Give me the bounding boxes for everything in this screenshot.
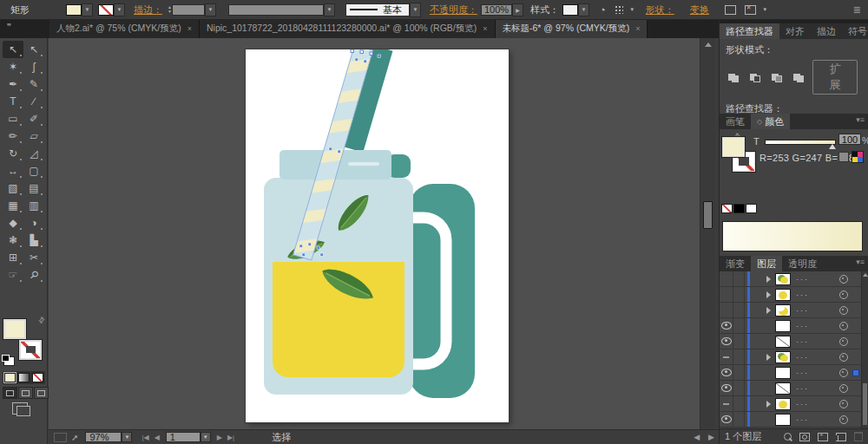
visibility-toggle[interactable] [720,271,733,286]
rotate-tool[interactable]: ↻ [3,145,23,162]
panel-tab-对齐[interactable]: 对齐 [779,23,811,39]
canvas-pasteboard[interactable] [49,38,700,429]
gradient-tool[interactable]: ▥ [23,197,44,214]
width-tool[interactable]: ↔ [3,162,23,180]
lock-toggle[interactable] [733,349,745,364]
visibility-toggle[interactable] [720,334,733,349]
panel-tab-渐变[interactable]: 渐变 [720,256,751,271]
opacity-link[interactable]: 不透明度： [430,3,477,16]
layer-row[interactable]: ··· [720,303,861,318]
panel-menu-icon[interactable]: ▾≡ [856,256,868,271]
next-artboard-icon[interactable]: ▶ [217,434,222,441]
stroke-color-well[interactable] [19,340,42,360]
lock-toggle[interactable] [733,396,745,411]
visibility-toggle[interactable] [720,349,733,364]
draw-behind-button[interactable] [18,387,33,399]
visibility-toggle[interactable] [720,381,733,395]
layer-row[interactable]: ··· [720,381,861,396]
expand-arrow[interactable] [764,365,773,380]
eyedropper-tool[interactable]: ◆ [3,214,23,232]
vertical-scrollbar-thumb[interactable] [703,201,713,229]
zoom-level-field[interactable]: 97% [85,432,122,442]
artboard-tool[interactable]: ⊞ [3,249,23,266]
lock-toggle[interactable] [733,287,745,302]
tab-close-icon[interactable]: × [187,24,192,33]
stroke-swatch[interactable] [98,4,114,16]
new-layer-icon[interactable] [836,433,846,441]
lock-toggle[interactable] [733,381,745,395]
screen-mode-button[interactable] [12,402,28,415]
magic-wand-tool[interactable]: ✶ [3,58,23,75]
first-artboard-icon[interactable]: |◀ [141,434,148,441]
rectangle-tool[interactable]: ▭ [3,110,23,127]
artboard-number-field[interactable]: 1 [166,432,201,442]
width-profile-dropdown-icon[interactable]: ▼ [324,3,335,16]
draw-normal-button[interactable] [3,387,17,399]
select-similar-icon[interactable] [615,5,623,14]
target-circle[interactable] [837,271,851,286]
layer-row[interactable]: ··· [720,365,861,381]
column-graph-tool[interactable]: ▙ [23,232,44,249]
prev-artboard-icon[interactable]: ◀ [155,434,160,441]
vertical-scrollbar[interactable] [700,38,715,429]
none-swatch[interactable] [721,204,733,213]
document-tab[interactable]: Nipic_10178722_20180428111123280000.ai* … [200,19,496,38]
shape-link[interactable]: 形状： [646,3,674,16]
layer-row[interactable]: ··· [720,396,861,412]
fill-color-well[interactable] [722,137,745,157]
tab-close-icon[interactable]: × [635,24,640,33]
lock-toggle[interactable] [733,271,745,286]
target-circle[interactable] [837,412,851,427]
hscroll-left-arrow-icon[interactable]: ◀ [694,433,700,441]
select-similar-dropdown-icon[interactable]: ▼ [628,4,637,16]
gradient-button[interactable] [18,373,30,382]
mesh-tool[interactable]: ▦ [3,197,23,214]
stroke-dropdown-arrow-icon[interactable]: ▼ [114,3,125,16]
expand-arrow[interactable] [764,412,773,427]
blend-tool[interactable]: ◑ [23,214,44,232]
color-spectrum-ramp[interactable] [722,221,863,251]
expand-arrow[interactable] [764,396,773,411]
expand-button[interactable]: 扩展 [812,60,858,95]
lock-toggle[interactable] [733,412,745,427]
color-button[interactable] [4,373,16,382]
distort-dropdown-icon[interactable]: ▼ [760,4,770,16]
layer-row[interactable]: ··· [720,271,861,287]
delete-layer-icon[interactable] [854,432,863,441]
style-dropdown-icon[interactable]: ▼ [578,3,589,16]
none-button[interactable] [32,373,43,382]
lock-toggle[interactable] [733,303,745,317]
lasso-tool[interactable]: ʃ [23,58,44,75]
expand-arrow[interactable] [764,334,773,349]
expand-arrow[interactable] [764,349,773,364]
layer-row[interactable]: ··· [720,318,861,334]
document-tab[interactable]: 未标题-6* @ 97% (CMYK/预览) × [496,19,648,38]
intersect-icon[interactable] [769,70,785,84]
panel-menu-icon[interactable]: ▾≡ [856,114,868,129]
scale-tool[interactable]: ◿ [23,145,44,162]
panel-tab-符号[interactable]: 符号 [842,23,868,39]
stroke-weight-field[interactable] [172,4,205,16]
target-circle[interactable] [837,287,851,302]
fill-dropdown-arrow-icon[interactable]: ▼ [82,3,93,16]
expand-arrow[interactable] [764,287,773,302]
free-transform-tool[interactable]: ▢ [23,162,44,180]
layer-row[interactable]: ··· [720,287,861,303]
curvature-tool[interactable]: ✎ [23,75,44,93]
target-circle[interactable] [837,381,851,395]
stroke-weight-dropdown-icon[interactable]: ▼ [205,3,216,16]
expand-arrow[interactable] [764,303,773,317]
visibility-toggle[interactable] [720,396,733,411]
type-tool[interactable]: T [3,93,23,110]
panel-chevrons-icon[interactable]: ❞ [0,19,49,38]
scroll-up-arrow-icon[interactable] [705,42,712,47]
selection-tool[interactable]: ↖ [3,41,23,58]
opacity-dropdown-icon[interactable]: ▶ [512,3,523,16]
envelope-distort-icon[interactable] [745,5,756,15]
direct-selection-tool[interactable]: ↖ [23,41,44,58]
opacity-field[interactable]: 100% [481,4,512,16]
color-value-field[interactable]: 100 [838,134,861,145]
target-circle[interactable] [837,396,851,411]
slice-tool[interactable]: ✂ [23,249,44,266]
target-circle[interactable] [837,349,851,364]
